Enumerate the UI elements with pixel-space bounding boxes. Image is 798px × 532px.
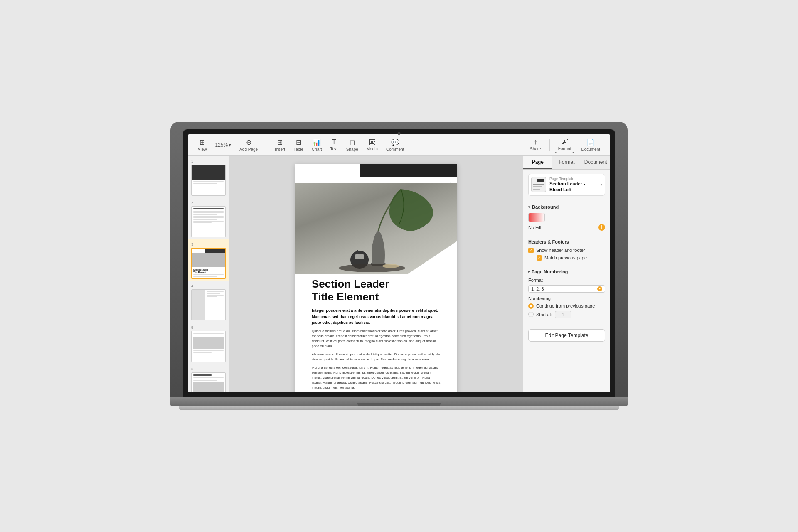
page-thumb-1 [191, 165, 226, 196]
toolbar-sep-2 [549, 139, 550, 151]
document-icon: 📄 [586, 138, 595, 146]
svg-point-5 [382, 264, 399, 268]
background-preview [528, 213, 605, 222]
add-page-label: Add Page [239, 147, 258, 152]
format-tab-label: Format [558, 146, 571, 151]
tab-document[interactable]: Document [581, 156, 610, 169]
background-chevron-icon: ▾ [528, 205, 530, 209]
view-button[interactable]: ⊞ View [195, 137, 210, 153]
headers-footers-title: Headers & Footers [528, 239, 605, 244]
zoom-button[interactable]: 125% ▾ [212, 140, 235, 150]
page-content-area: Section LeaderTitle Element Integer posu… [295, 274, 457, 392]
page-canvas: 3 [295, 164, 457, 392]
text-label: Text [330, 147, 338, 151]
headers-footers-section: Headers & Footers Show header and footer… [523, 235, 610, 265]
continue-radio[interactable] [528, 303, 534, 309]
page-template-selector[interactable]: Page Template Section Leader - Bleed Lef… [528, 174, 605, 196]
page-divider [312, 180, 441, 180]
match-prev-row: Match previous page [528, 255, 605, 261]
table-label: Table [293, 147, 303, 152]
chart-icon: 📊 [313, 138, 321, 146]
format-label-text: Format [528, 278, 543, 283]
view-label: View [198, 147, 207, 152]
page-body-3: Morbi a est quis orci consequat rutrum. … [312, 365, 441, 390]
numbering-section-wrapper: Numbering Continue from previous page St… [528, 296, 605, 318]
diagonal-shape [407, 241, 457, 274]
sidebar-page-5[interactable]: 5 [188, 322, 229, 364]
table-button[interactable]: ⊟ Table [290, 137, 307, 153]
app-main: 1 [188, 156, 610, 392]
page-thumb-3: Section Leader Title Element [191, 248, 226, 279]
background-swatch[interactable] [528, 213, 545, 222]
numbering-triangle-icon: ▸ [528, 270, 530, 273]
tab-format[interactable]: Format [552, 156, 581, 169]
view-icon: ⊞ [200, 138, 205, 146]
text-icon: T [332, 138, 336, 146]
insert-button[interactable]: ⊞ Insert [271, 137, 288, 153]
document-button[interactable]: 📄 Document [578, 137, 603, 153]
background-section: ▾ Background No Fill i [523, 200, 610, 235]
media-button[interactable]: 🖼 Media [363, 137, 381, 153]
background-section-title: ▾ Background [528, 204, 605, 209]
document-label: Document [581, 147, 600, 152]
laptop: ⊞ View 125% ▾ ⊕ Add Page [170, 122, 628, 410]
page-thumb-2 [191, 206, 226, 237]
page-thumb-6 [191, 372, 226, 392]
format-row-wrapper: Format 1, 2, 3 ▾ [528, 278, 605, 293]
sidebar-page-6[interactable]: 6 [188, 364, 229, 392]
show-header-row: Show header and footer [528, 248, 605, 253]
insert-icon: ⊞ [277, 138, 283, 146]
page-body-1: Quisque facilisis erat a dui. Nam malesu… [312, 329, 441, 349]
text-button[interactable]: T Text [327, 137, 341, 153]
format-dropdown-icon: ▾ [597, 286, 602, 291]
comment-label: Comment [386, 147, 404, 152]
chart-label: Chart [312, 147, 322, 152]
share-icon: ↑ [534, 138, 537, 146]
background-info-button[interactable]: i [598, 224, 605, 231]
template-info: Page Template Section Leader - Bleed Lef… [549, 177, 597, 193]
chart-button[interactable]: 📊 Chart [308, 137, 325, 153]
toolbar-left: ⊞ View 125% ▾ ⊕ Add Page [195, 137, 261, 153]
continue-from-prev-row: Continue from previous page [528, 303, 605, 309]
sidebar-page-4[interactable]: 4 [188, 281, 229, 322]
page-thumb-5 [191, 331, 226, 362]
show-header-checkbox[interactable] [528, 248, 534, 253]
comment-button[interactable]: 💬 Comment [383, 137, 407, 153]
zoom-value: 125% [215, 142, 228, 148]
sidebar-page-1[interactable]: 1 [188, 156, 229, 197]
canvas-area[interactable]: 3 [229, 156, 523, 392]
shape-label: Shape [346, 147, 358, 152]
start-at-row: Start at: [528, 311, 605, 318]
shape-button[interactable]: ◻ Shape [343, 137, 362, 153]
background-fill-label: No Fill [528, 225, 541, 230]
sidebar-page-2[interactable]: 2 [188, 197, 229, 239]
media-icon: 🖼 [369, 138, 375, 146]
page-numbering-toggle[interactable]: ▸ Page Numbering [528, 269, 605, 274]
template-name: Section Leader - Bleed Left [549, 181, 597, 193]
format-tab-button[interactable]: 🖌 Format [555, 136, 575, 153]
headers-toggle-group: Show header and footer Match previous pa… [528, 248, 605, 261]
laptop-foot [179, 406, 619, 410]
laptop-bezel: ⊞ View 125% ▾ ⊕ Add Page [183, 129, 615, 397]
template-thumbnail [531, 177, 546, 192]
edit-page-template-button[interactable]: Edit Page Template [528, 329, 605, 342]
format-value-selector[interactable]: 1, 2, 3 ▾ [528, 285, 605, 293]
add-page-button[interactable]: ⊕ Add Page [236, 137, 261, 153]
page-title: Section LeaderTitle Element [312, 278, 441, 303]
start-at-input[interactable] [555, 311, 571, 318]
share-button[interactable]: ↑ Share [527, 137, 544, 153]
page-template-section: Page Template Section Leader - Bleed Lef… [523, 170, 610, 200]
insert-label: Insert [275, 147, 285, 152]
app-toolbar: ⊞ View 125% ▾ ⊕ Add Page [188, 134, 610, 156]
zoom-chevron-icon: ▾ [229, 142, 231, 148]
table-icon: ⊟ [296, 138, 301, 146]
laptop-base [170, 397, 628, 406]
share-label: Share [530, 147, 541, 151]
page-thumb-4 [191, 289, 226, 320]
tab-page[interactable]: Page [523, 156, 552, 169]
start-at-radio[interactable] [528, 312, 534, 317]
match-prev-checkbox[interactable] [537, 255, 542, 261]
format-icon: 🖌 [562, 138, 568, 145]
shape-icon: ◻ [350, 138, 355, 146]
sidebar-page-3[interactable]: 3 Section Leader Title Element [188, 239, 229, 281]
